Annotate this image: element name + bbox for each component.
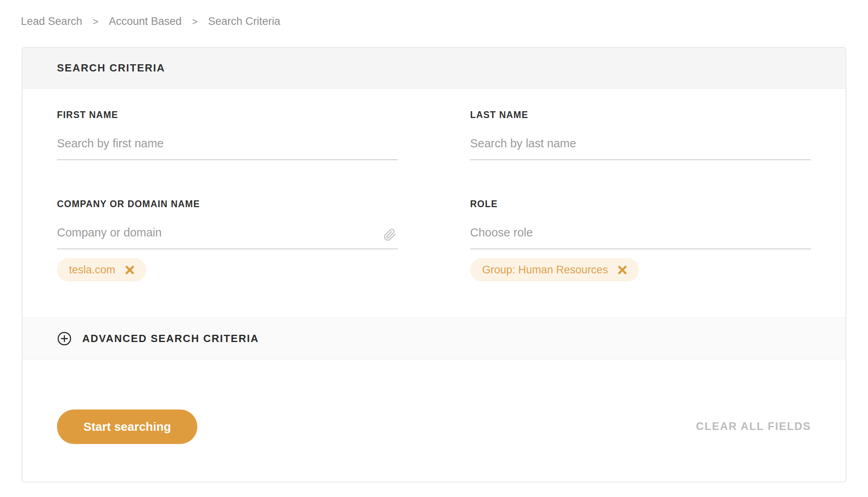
breadcrumb-separator-icon: > [192,16,198,27]
breadcrumb-search-criteria: Search Criteria [208,15,280,28]
last-name-input-wrap [470,135,811,160]
close-icon[interactable] [124,265,135,275]
last-name-field-group: LAST NAME [470,110,811,160]
start-searching-button[interactable]: Start searching [57,409,197,444]
company-input[interactable] [57,224,398,240]
role-label: ROLE [470,199,811,210]
role-input[interactable] [470,224,811,240]
company-input-wrap [57,224,398,249]
company-chips-row: tesla.com [57,258,398,281]
advanced-search-criteria-label: ADVANCED SEARCH CRITERIA [82,332,259,345]
breadcrumb: Lead Search > Account Based > Search Cri… [21,15,280,28]
advanced-search-criteria-toggle[interactable]: ADVANCED SEARCH CRITERIA [22,318,846,359]
company-field-group: COMPANY OR DOMAIN NAME tesla.com [57,199,398,281]
paperclip-icon[interactable] [383,228,396,241]
last-name-input[interactable] [470,135,811,151]
breadcrumb-account-based[interactable]: Account Based [109,15,182,28]
first-name-input-wrap [57,135,398,160]
first-name-input[interactable] [57,135,398,151]
role-chips-row: Group: Human Resources [470,258,811,281]
close-icon[interactable] [617,265,628,275]
breadcrumb-separator-icon: > [93,16,98,27]
chip-label: tesla.com [69,264,116,276]
company-chip-tesla: tesla.com [57,258,146,281]
card-header: SEARCH CRITERIA [22,48,846,89]
first-name-field-group: FIRST NAME [57,110,398,160]
search-criteria-card: SEARCH CRITERIA FIRST NAME LAST NAME COM… [22,47,846,483]
breadcrumb-lead-search[interactable]: Lead Search [21,15,82,28]
card-footer: Start searching CLEAR ALL FIELDS [22,359,846,482]
first-name-label: FIRST NAME [57,110,398,121]
chip-label: Group: Human Resources [482,264,608,276]
role-chip-human-resources: Group: Human Resources [470,258,639,281]
search-fields-section: FIRST NAME LAST NAME COMPANY OR DOMAIN N… [22,89,846,318]
plus-circle-icon[interactable] [57,331,72,346]
role-field-group: ROLE Group: Human Resources [470,199,811,281]
clear-all-fields-button[interactable]: CLEAR ALL FIELDS [696,420,811,433]
role-input-wrap [470,224,811,249]
company-label: COMPANY OR DOMAIN NAME [57,199,398,210]
card-title: SEARCH CRITERIA [57,62,165,74]
last-name-label: LAST NAME [470,110,811,121]
